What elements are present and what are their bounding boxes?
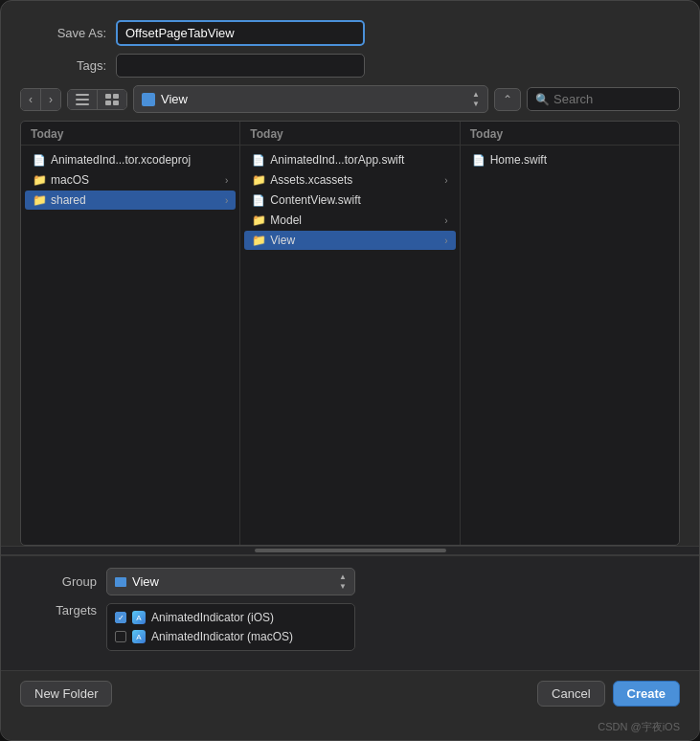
- file-name: ContentView.swift: [270, 193, 447, 207]
- toolbar-row: ‹ ›: [20, 85, 680, 113]
- list-item[interactable]: 📄 AnimatedInd...torApp.swift: [244, 150, 455, 169]
- file-name: Model: [270, 213, 440, 227]
- bottom-section: Group View ▲ ▼ Targets A AnimatedIndicat…: [1, 555, 699, 670]
- separator-bar: [1, 546, 699, 555]
- tags-label: Tags:: [20, 58, 106, 73]
- folder-icon: 📁: [33, 193, 46, 207]
- target-item[interactable]: A AnimatedIndicator (macOS): [107, 627, 354, 646]
- location-folder-icon: [142, 93, 155, 106]
- col-1-header: Today: [21, 122, 239, 146]
- target-item[interactable]: A AnimatedIndicator (iOS): [107, 608, 354, 627]
- dialog-body: Save As: Tags: ‹ ›: [1, 1, 699, 546]
- group-dropdown[interactable]: View ▲ ▼: [106, 568, 355, 595]
- targets-list: A AnimatedIndicator (iOS) A AnimatedIndi…: [106, 603, 355, 651]
- new-folder-button[interactable]: New Folder: [20, 681, 112, 707]
- chevron-icon: ›: [225, 195, 228, 206]
- app-icon-macos: A: [132, 630, 146, 643]
- chevron-icon: ›: [444, 236, 447, 246]
- scroll-indicator: [255, 549, 446, 552]
- list-item[interactable]: 📁 Model ›: [244, 211, 455, 230]
- doc-icon: 📄: [252, 193, 265, 207]
- back-button[interactable]: ‹: [21, 89, 41, 110]
- footer-right: Cancel Create: [537, 681, 680, 707]
- group-folder-icon: [115, 577, 126, 587]
- grid-view-button[interactable]: [98, 90, 126, 109]
- list-item[interactable]: 📁 View ›: [244, 231, 455, 250]
- file-name: AnimatedInd...torApp.swift: [270, 153, 447, 167]
- expand-button[interactable]: ⌃: [494, 88, 521, 111]
- file-browser: Today 📄 AnimatedInd...tor.xcodeproj 📁 ma…: [20, 121, 680, 546]
- col-2-header: Today: [240, 122, 459, 146]
- file-list-1: 📄 AnimatedInd...tor.xcodeproj 📁 macOS › …: [21, 146, 239, 545]
- list-view-button[interactable]: [68, 90, 98, 109]
- footer-bar: New Folder Cancel Create: [1, 670, 699, 716]
- chevron-icon: ›: [225, 175, 228, 186]
- list-item[interactable]: 📁 shared ›: [25, 191, 236, 210]
- dropdown-arrows-icon: ▲ ▼: [472, 90, 480, 108]
- targets-area: Targets A AnimatedIndicator (iOS) A Anim…: [20, 603, 680, 651]
- svg-rect-3: [105, 94, 111, 99]
- list-item[interactable]: 📄 AnimatedInd...tor.xcodeproj: [25, 150, 236, 169]
- group-text: View: [132, 574, 333, 589]
- search-icon: 🔍: [535, 93, 550, 106]
- create-button[interactable]: Create: [613, 681, 680, 707]
- nav-btn-group: ‹ ›: [20, 88, 61, 111]
- cancel-button[interactable]: Cancel: [537, 681, 604, 707]
- list-item[interactable]: 📁 Assets.xcassets ›: [244, 170, 455, 190]
- target-checkbox-ios[interactable]: [115, 612, 126, 623]
- list-item[interactable]: 📄 ContentView.swift: [244, 191, 455, 210]
- search-input[interactable]: [553, 92, 671, 106]
- save-as-label: Save As:: [20, 26, 106, 40]
- app-icon-ios: A: [132, 611, 146, 624]
- forward-button[interactable]: ›: [41, 89, 60, 110]
- location-dropdown[interactable]: View ▲ ▼: [133, 85, 488, 113]
- view-mode-group: [67, 89, 127, 110]
- save-as-input[interactable]: [116, 20, 365, 46]
- file-name: shared: [51, 193, 220, 207]
- file-name: Home.swift: [490, 153, 667, 167]
- save-dialog: Save As: Tags: ‹ ›: [0, 0, 700, 741]
- targets-label: Targets: [20, 603, 97, 618]
- tags-row: Tags:: [20, 54, 680, 78]
- group-dropdown-arrows-icon: ▲ ▼: [339, 573, 347, 591]
- group-row: Group View ▲ ▼: [20, 568, 680, 595]
- svg-rect-6: [113, 101, 119, 105]
- folder-icon: 📁: [252, 213, 265, 227]
- tags-input[interactable]: [116, 54, 365, 78]
- browser-col-1: Today 📄 AnimatedInd...tor.xcodeproj 📁 ma…: [21, 122, 240, 545]
- folder-icon: 📁: [252, 173, 265, 187]
- folder-icon: 📁: [33, 173, 46, 187]
- browser-area: Today 📄 AnimatedInd...tor.xcodeproj 📁 ma…: [20, 121, 680, 546]
- doc-icon: 📄: [472, 153, 485, 167]
- doc-icon: 📄: [33, 153, 46, 167]
- svg-rect-1: [76, 99, 89, 101]
- file-name: Assets.xcassets: [270, 173, 440, 187]
- browser-col-3: Today 📄 Home.swift: [461, 122, 679, 545]
- col-3-header: Today: [461, 122, 679, 146]
- save-as-row: Save As:: [20, 20, 680, 46]
- svg-rect-0: [76, 94, 89, 96]
- group-label: Group: [20, 574, 97, 589]
- location-text: View: [161, 92, 466, 106]
- list-item[interactable]: 📁 macOS ›: [25, 170, 236, 190]
- target-name-macos: AnimatedIndicator (macOS): [151, 630, 347, 643]
- chevron-icon: ›: [444, 215, 447, 226]
- doc-icon: 📄: [252, 153, 265, 167]
- target-checkbox-macos[interactable]: [115, 631, 126, 642]
- browser-col-2: Today 📄 AnimatedInd...torApp.swift 📁 Ass…: [240, 122, 460, 545]
- list-item[interactable]: 📄 Home.swift: [464, 150, 675, 169]
- file-list-2: 📄 AnimatedInd...torApp.swift 📁 Assets.xc…: [240, 146, 459, 545]
- svg-rect-4: [113, 94, 119, 99]
- svg-rect-5: [105, 101, 111, 105]
- file-list-3: 📄 Home.swift: [461, 146, 679, 545]
- svg-rect-2: [76, 103, 89, 105]
- search-box: 🔍: [527, 87, 680, 111]
- file-name: View: [270, 234, 440, 247]
- chevron-icon: ›: [444, 175, 447, 186]
- target-name-ios: AnimatedIndicator (iOS): [151, 611, 347, 624]
- folder-icon: 📁: [252, 234, 265, 247]
- file-name: AnimatedInd...tor.xcodeproj: [51, 153, 228, 167]
- file-name: macOS: [51, 173, 220, 187]
- watermark: CSDN @宇夜iOS: [1, 716, 699, 740]
